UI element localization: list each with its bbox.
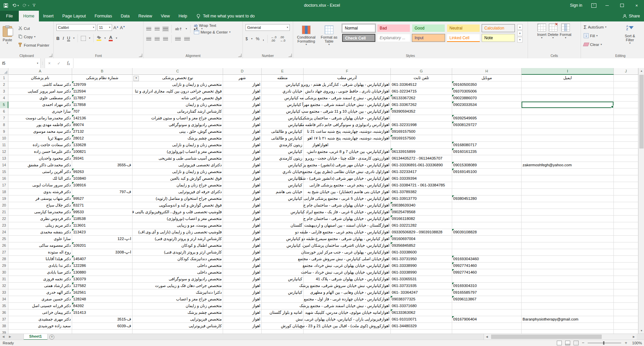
row-header-22[interactable]: 22 [0,216,8,222]
cell-C27[interactable]: کارشناس ارتز و پروتز (ارتوپدی فنی) [132,249,223,256]
cell-D14[interactable]: اهواز [223,162,262,169]
cell-J15[interactable] [614,169,638,175]
cell-G33[interactable]: 061- 33364247 [391,289,452,296]
cell-E13[interactable]: زیتون کارمندي [262,155,304,162]
cell-C39[interactable] [132,330,223,334]
cell-I12[interactable] [522,149,614,155]
row-header-14[interactable]: 14 [0,162,8,169]
copy-button[interactable]: Copy▾ [18,33,49,40]
cell-A34[interactable]: دکتر حسین صفری [8,296,72,303]
cell-B30[interactable]: 130880 [72,269,132,276]
cell-J11[interactable] [614,142,638,149]
cell-F21[interactable]: اهوازکیانپارس - خیابان 6 غربی - فاز یک -… [304,209,391,216]
horizontal-scrollbar[interactable]: ◀ ▶ [484,334,637,340]
tab-view[interactable]: View [156,11,174,21]
cell-C23[interactable]: متخصص پوست، مو و زیبایی [132,222,223,229]
row-header-24[interactable]: 24 [0,229,8,236]
cell-B29[interactable]: 122286 [72,263,132,269]
cell-D19[interactable]: اهواز [223,195,262,202]
cell-A16[interactable]: دکتر النا لک [8,175,72,182]
cell-C1[interactable]: نوع تخصص پزشکی▾ [132,75,223,81]
cell-C37[interactable]: متخصص فیزیوتراپی [132,316,223,323]
cell-D17[interactable]: اهواز [223,182,262,189]
cell-A38[interactable]: سعید زاده خورشیدی [8,323,72,330]
cell-G32[interactable]: 061-33731935 [391,283,452,289]
cell-H30[interactable]: 09927741460 [452,269,522,276]
cell-G24[interactable]: 09330506829 - 09039108828 [391,229,452,236]
select-all-corner[interactable] [0,68,8,75]
cell-F2[interactable]: اهوازکیانپارس - پهلوان شرقی - کنارگذر پل… [304,81,391,88]
font-color-button[interactable]: A [109,36,113,41]
cell-G9[interactable]: 09169157500 [391,128,452,135]
cell-A4[interactable]: دکتر مصطفی علوی [8,95,72,102]
cell-G8[interactable]: 061-32231998 [391,122,452,128]
cell-G27[interactable]: 061-33338600 [391,249,452,256]
cell-D34[interactable]: اهواز [223,296,262,303]
sign-in-button[interactable]: Sign in [565,0,588,11]
filter-dropdown-icon[interactable]: ▾ [133,76,139,81]
cell-G7[interactable] [391,115,452,122]
cell-B1[interactable]: شماره نظام پزشکی [72,75,132,81]
zoom-slider[interactable] [588,343,621,343]
cell-I10[interactable] [522,135,614,142]
cell-H33[interactable]: 09165585797 [452,289,522,296]
row-header-7[interactable]: 7 [0,115,8,122]
cell-C7[interactable]: متخصص جراح مغز و اعصاب و ستون فقرات [132,115,223,122]
cell-C32[interactable]: متخصص جراحی دهان فک و زیبایی صورت [132,283,223,289]
cell-C13[interactable]: متخصص آسیب شناسی طبی و تشریحی [132,155,223,162]
cell-J1[interactable] [614,75,638,81]
enter-formula-icon[interactable]: ✓ [57,61,61,66]
row-header-26[interactable]: 26 [0,242,8,249]
cell-F9[interactable]: اهوازشنبه، دوشنبه، چهارشنبه، پنج شنبه سا… [304,128,391,135]
cell-J6[interactable] [614,108,638,115]
cell-F8[interactable]: اهوازآدرس رادیولوژی و سونوگرافی خانم دکت… [304,122,391,128]
cell-D6[interactable]: اهواز [223,108,262,115]
find-select-button[interactable]: Find & Select▾ [640,23,644,43]
cell-H5[interactable]: 09023033534 [452,102,522,108]
row-header-34[interactable]: 34 [0,296,8,303]
cell-I20[interactable] [522,202,614,209]
cell-E14[interactable]: کیانپارس [262,162,304,169]
row-header-5[interactable]: 5 [0,102,8,108]
cell-I21[interactable] [522,209,614,216]
cell-J37[interactable] [614,316,638,323]
cell-D15[interactable]: اهواز [223,169,262,175]
italic-button[interactable]: I [62,36,64,41]
cell-F27[interactable]: اهوازکیانپارس - پهلوان غربی - جنب مرکز ل… [304,249,391,256]
row-header-16[interactable]: 16 [0,175,8,182]
sheet-nav-right-icon[interactable]: ▶ [7,334,13,340]
cell-A13[interactable]: دکتر محمود واحدیان [8,155,72,162]
cell-H1[interactable]: موبایل [452,75,522,81]
cell-E23[interactable]: گلستان [262,222,304,229]
cell-D20[interactable]: اهواز [223,202,262,209]
cell-J19[interactable] [614,195,638,202]
cell-H31[interactable] [452,276,522,283]
style-neutral[interactable]: Neutral [447,24,480,32]
cell-J17[interactable] [614,182,638,189]
cell-A10[interactable]: دکتر سهیلا ثریا [8,135,72,142]
name-box[interactable]: I5▾ [0,58,41,68]
cell-J35[interactable] [614,303,638,309]
cell-A8[interactable]: دکتر فاطمه مهدی پور [8,122,72,128]
cell-C11[interactable]: متخصص زنان و زایمان و نازایی [132,142,223,149]
cell-C5[interactable]: متخصص زنان و زایمان [132,102,223,108]
scroll-down-icon[interactable]: ▼ [639,328,644,334]
cell-D18[interactable]: اهواز [223,189,262,195]
cell-D36[interactable]: اهواز [223,309,262,316]
increase-decimal-icon[interactable]: ←.0.00 [271,36,277,42]
cell-A28[interactable]: دکتر هیلدا آقابابا [8,256,72,263]
cell-D3[interactable]: اهواز [223,88,262,95]
cell-H12[interactable]: 09160161235 [452,149,522,155]
cell-A26[interactable]: دکتر معصومه ساکی [8,242,72,249]
style-input[interactable]: Input [412,34,445,42]
fill-button[interactable]: ↓Fill▾ [584,32,606,39]
underline-button[interactable]: U [67,36,70,41]
cell-H29[interactable]: 09927741460 [452,263,522,269]
cell-F11[interactable]: اهوازاهواز [304,142,391,149]
cell-J10[interactable] [614,135,638,142]
comma-style-icon[interactable]: , [263,37,264,41]
cell-F36[interactable]: اهوازامانیه خیابان مولوی، خیابان مدرس، ک… [304,309,391,316]
cell-G18[interactable]: 061-33789382 [391,189,452,195]
align-middle-icon[interactable] [155,27,160,31]
style-normal[interactable]: Normal [342,24,375,32]
